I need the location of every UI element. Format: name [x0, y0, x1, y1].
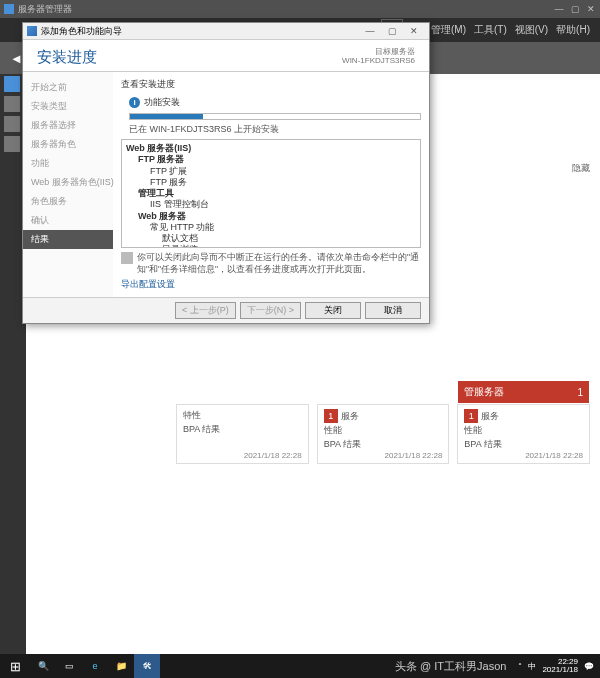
feat-dir-browse: 目录浏览 [162, 244, 416, 248]
note-text: 你可以关闭此向导而不中断正在运行的任务。请依次单击命令栏中的"通知"和"任务详细… [137, 252, 421, 276]
search-icon[interactable]: 🔍 [30, 654, 56, 678]
tray-chevron-icon[interactable]: ˄ [518, 662, 522, 671]
card-date2: 2021/1/18 22:28 [385, 451, 443, 460]
export-link[interactable]: 导出配置设置 [121, 278, 421, 291]
minimize-icon[interactable]: — [554, 4, 564, 14]
card-header-title: 管服务器 [464, 385, 504, 399]
target-server-block: 目标服务器 WIN-1FKDJTS3RS6 [342, 48, 415, 66]
card-header: 管服务器 1 [458, 381, 589, 403]
card-properties: 特性 [183, 409, 302, 422]
dialog-maximize-icon[interactable]: ▢ [381, 26, 403, 36]
dialog-header: 安装进度 目标服务器 WIN-1FKDJTS3RS6 [23, 40, 429, 72]
card-performance: 性能 [324, 424, 443, 437]
menu-manage[interactable]: 管理(M) [427, 23, 470, 37]
badge-icon: 1 [324, 409, 338, 423]
nav-features: 功能 [23, 154, 113, 173]
nav-confirm: 确认 [23, 211, 113, 230]
role-cards: 特性 BPA 结果 2021/1/18 22:28 1服务 性能 BPA 结果 … [176, 404, 590, 464]
sidebar-all-icon[interactable] [4, 116, 20, 132]
dialog-footer: < 上一步(P) 下一步(N) > 关闭 取消 [23, 297, 429, 323]
feat-root: Web 服务器(IIS) [126, 143, 416, 154]
dialog-close-icon[interactable]: ✕ [403, 26, 425, 36]
close-icon[interactable]: ✕ [586, 4, 596, 14]
nav-web-role: Web 服务器角色(IIS) [23, 173, 113, 192]
note-icon [121, 252, 133, 264]
feat-ftp-svc: FTP 服务 [150, 177, 416, 188]
status-text: 功能安装 [144, 96, 180, 109]
wizard-main: 查看安装进度 i 功能安装 已在 WIN-1FKDJTS3RS6 上开始安装 W… [113, 72, 429, 297]
nav-server-roles: 服务器角色 [23, 135, 113, 154]
back-icon[interactable]: ◄ [10, 51, 23, 66]
badge-icon: 1 [464, 409, 478, 423]
tray-notification-icon[interactable]: 💬 [584, 662, 594, 671]
sub-status: 已在 WIN-1FKDJTS3RS6 上开始安装 [129, 123, 421, 136]
progress-fill [130, 114, 203, 119]
card-1[interactable]: 特性 BPA 结果 2021/1/18 22:28 [176, 404, 309, 464]
feat-iis-console: IIS 管理控制台 [150, 199, 416, 210]
dialog-titlebar: 添加角色和功能向导 — ▢ ✕ [23, 23, 429, 40]
card-3[interactable]: 管服务器 1 1服务 性能 BPA 结果 2021/1/18 22:28 [457, 404, 590, 464]
hide-link[interactable]: 隐藏 [572, 162, 590, 175]
cancel-button[interactable]: 取消 [365, 302, 421, 319]
task-view-icon[interactable]: ▭ [56, 654, 82, 678]
app-icon [4, 4, 14, 14]
card-performance3: 性能 [464, 424, 583, 437]
maximize-icon[interactable]: ▢ [570, 4, 580, 14]
feat-mgmt-tools: 管理工具 [138, 188, 416, 199]
feat-common-http: 常见 HTTP 功能 [150, 222, 416, 233]
outer-title: 服务器管理器 [18, 3, 72, 16]
note-row: 你可以关闭此向导而不中断正在运行的任务。请依次单击命令栏中的"通知"和"任务详细… [121, 252, 421, 276]
feat-web-server: Web 服务器 [138, 211, 416, 222]
card-header-count: 1 [577, 387, 583, 398]
nav-server-select: 服务器选择 [23, 116, 113, 135]
tray-ime-icon[interactable]: 中 [528, 661, 536, 672]
card-services: 服务 [341, 411, 359, 421]
card-date: 2021/1/18 22:28 [244, 451, 302, 460]
card-bpa2: BPA 结果 [324, 438, 443, 451]
card-bpa: BPA 结果 [183, 424, 220, 434]
page-title: 安装进度 [37, 48, 97, 67]
outer-titlebar: 服务器管理器 — ▢ ✕ [0, 0, 600, 18]
watermark-text: 头条 @ IT工科男Jason [395, 659, 506, 674]
feat-ftp-ext: FTP 扩展 [150, 166, 416, 177]
nav-type: 安装类型 [23, 97, 113, 116]
wizard-nav: 开始之前 安装类型 服务器选择 服务器角色 功能 Web 服务器角色(IIS) … [23, 72, 113, 297]
nav-role-services: 角色服务 [23, 192, 113, 211]
prev-button: < 上一步(P) [175, 302, 236, 319]
system-tray[interactable]: ˄ 中 22:29 2021/1/18 💬 [512, 658, 600, 674]
wizard-icon [27, 26, 37, 36]
target-server: WIN-1FKDJTS3RS6 [342, 57, 415, 66]
taskbar: ⊞ 🔍 ▭ e 📁 🛠 头条 @ IT工科男Jason ˄ 中 22:29 20… [0, 654, 600, 678]
close-button[interactable]: 关闭 [305, 302, 361, 319]
feat-default-doc: 默认文档 [162, 233, 416, 244]
card-date3: 2021/1/18 22:28 [525, 451, 583, 460]
tray-date: 2021/1/18 [542, 666, 578, 674]
dialog-minimize-icon[interactable]: — [359, 26, 381, 36]
section-label: 查看安装进度 [121, 78, 421, 91]
card-services3: 服务 [481, 411, 499, 421]
sidebar-local-icon[interactable] [4, 96, 20, 112]
card-bpa3: BPA 结果 [464, 438, 583, 451]
menu-view[interactable]: 视图(V) [511, 23, 552, 37]
nav-results[interactable]: 结果 [23, 230, 113, 249]
info-icon: i [129, 97, 140, 108]
nav-before: 开始之前 [23, 78, 113, 97]
sidebar-dashboard-icon[interactable] [4, 76, 20, 92]
next-button: 下一步(N) > [240, 302, 301, 319]
menu-tools[interactable]: 工具(T) [470, 23, 511, 37]
card-2[interactable]: 1服务 性能 BPA 结果 2021/1/18 22:28 [317, 404, 450, 464]
wizard-dialog: 添加角色和功能向导 — ▢ ✕ 安装进度 目标服务器 WIN-1FKDJTS3R… [22, 22, 430, 324]
start-button[interactable]: ⊞ [0, 654, 30, 678]
menu-help[interactable]: 帮助(H) [552, 23, 594, 37]
dialog-title-text: 添加角色和功能向导 [41, 25, 122, 38]
explorer-icon[interactable]: 📁 [108, 654, 134, 678]
sidebar-role-icon[interactable] [4, 136, 20, 152]
feature-list[interactable]: Web 服务器(IIS) FTP 服务器 FTP 扩展 FTP 服务 管理工具 … [121, 139, 421, 248]
server-manager-taskbar-icon[interactable]: 🛠 [134, 654, 160, 678]
feat-ftp-server: FTP 服务器 [138, 154, 416, 165]
ie-icon[interactable]: e [82, 654, 108, 678]
progress-bar [129, 113, 421, 120]
